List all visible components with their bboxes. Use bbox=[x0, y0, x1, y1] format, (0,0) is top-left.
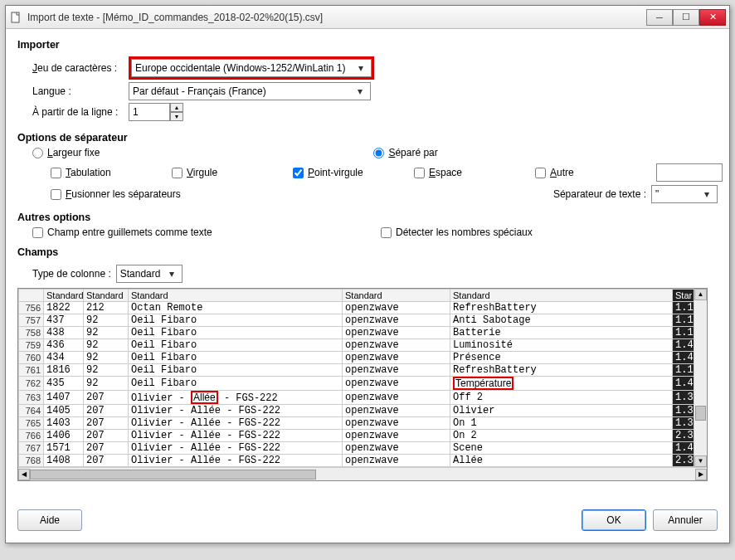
scroll-down-icon[interactable]: ▼ bbox=[694, 455, 707, 467]
table-cell[interactable]: 436 bbox=[44, 339, 84, 352]
table-cell[interactable]: openzwave bbox=[343, 377, 450, 391]
textsep-combo[interactable]: " ▾ bbox=[651, 185, 718, 203]
table-cell[interactable]: Oeil Fibaro bbox=[129, 327, 343, 339]
table-cell[interactable]: RefreshBattery bbox=[450, 302, 673, 314]
table-row[interactable]: 7671571207Olivier - Allée - FGS-222openz… bbox=[19, 442, 694, 455]
table-cell[interactable]: Oeil Fibaro bbox=[129, 377, 343, 391]
quoted-checkbox[interactable]: Champ entre guillemets comme texte bbox=[32, 226, 281, 238]
table-cell[interactable]: Oeil Fibaro bbox=[129, 314, 343, 327]
table-cell[interactable]: 437 bbox=[44, 314, 84, 327]
table-cell[interactable]: 2.3 bbox=[673, 455, 694, 467]
table-cell[interactable]: 207 bbox=[84, 417, 129, 430]
table-row[interactable]: 75843892Oeil FibaroopenzwaveBatterie1.1 bbox=[19, 327, 694, 339]
help-button[interactable]: Aide bbox=[17, 509, 82, 531]
table-cell[interactable]: 92 bbox=[84, 352, 129, 364]
table-cell[interactable]: 207 bbox=[84, 391, 129, 405]
fromline-input[interactable] bbox=[129, 103, 170, 121]
table-cell[interactable]: 1.4 bbox=[673, 377, 694, 391]
table-cell[interactable]: Oeil Fibaro bbox=[129, 339, 343, 352]
table-cell[interactable]: 1.4 bbox=[673, 352, 694, 364]
table-cell[interactable]: Olivier - Allée - FGS-222 bbox=[129, 430, 343, 442]
table-cell[interactable]: openzwave bbox=[343, 391, 450, 405]
table-cell[interactable]: 92 bbox=[84, 314, 129, 327]
table-cell[interactable]: Olivier - Allée - FGS-222 bbox=[129, 405, 343, 417]
column-header[interactable]: Standard bbox=[44, 290, 84, 302]
table-cell[interactable]: openzwave bbox=[343, 455, 450, 467]
table-cell[interactable]: 207 bbox=[84, 442, 129, 455]
table-cell[interactable]: 1.4 bbox=[673, 339, 694, 352]
table-cell[interactable]: Octan Remote bbox=[129, 302, 343, 314]
table-cell[interactable]: 1406 bbox=[44, 430, 84, 442]
table-row[interactable]: 7681408207Olivier - Allée - FGS-222openz… bbox=[19, 455, 694, 467]
table-row[interactable]: 7631407207Olivier - Allée - FGS-222openz… bbox=[19, 391, 694, 405]
table-row[interactable]: 76043492Oeil FibaroopenzwavePrésence1.4 bbox=[19, 352, 694, 364]
type-combo[interactable]: Standard ▾ bbox=[116, 265, 183, 283]
table-cell[interactable]: Olivier - Allée - FGS-222 bbox=[129, 442, 343, 455]
table-cell[interactable]: 1.4 bbox=[673, 442, 694, 455]
table-cell[interactable]: 92 bbox=[84, 364, 129, 377]
lang-combo[interactable]: Par défaut - Français (France) ▾ bbox=[129, 82, 371, 100]
table-cell[interactable]: 1403 bbox=[44, 417, 84, 430]
table-cell[interactable]: openzwave bbox=[343, 339, 450, 352]
table-cell[interactable]: openzwave bbox=[343, 430, 450, 442]
table-cell[interactable]: openzwave bbox=[343, 327, 450, 339]
charset-combo[interactable]: Europe occidentale (Windows-1252/WinLati… bbox=[131, 59, 372, 77]
table-cell[interactable]: Olivier - Allée - FGS-222 bbox=[129, 417, 343, 430]
table-cell[interactable]: 207 bbox=[84, 405, 129, 417]
table-cell[interactable]: 435 bbox=[44, 377, 84, 391]
vertical-scrollbar[interactable]: ▲ ▼ bbox=[694, 289, 707, 467]
table-cell[interactable]: 92 bbox=[84, 339, 129, 352]
spin-down-icon[interactable]: ▼ bbox=[170, 112, 183, 121]
column-header[interactable]: Standard bbox=[129, 290, 343, 302]
maximize-button[interactable]: ☐ bbox=[673, 9, 699, 26]
table-cell[interactable]: Off 2 bbox=[450, 391, 673, 405]
tab-checkbox[interactable]: Tabulation bbox=[51, 167, 122, 178]
column-header[interactable]: Standard bbox=[84, 290, 129, 302]
spin-up-icon[interactable]: ▲ bbox=[170, 103, 183, 112]
table-cell[interactable]: openzwave bbox=[343, 442, 450, 455]
close-button[interactable]: ✕ bbox=[699, 9, 726, 26]
table-cell[interactable]: 1.3 bbox=[673, 391, 694, 405]
table-cell[interactable]: 1405 bbox=[44, 405, 84, 417]
table-cell[interactable]: Luminosité bbox=[450, 339, 673, 352]
table-cell[interactable]: Oeil Fibaro bbox=[129, 352, 343, 364]
column-header[interactable]: Standard bbox=[450, 290, 673, 302]
table-cell[interactable]: 1816 bbox=[44, 364, 84, 377]
table-cell[interactable]: Scene bbox=[450, 442, 673, 455]
scroll-thumb[interactable] bbox=[30, 470, 316, 480]
space-checkbox[interactable]: Espace bbox=[414, 167, 485, 178]
table-row[interactable]: 7641405207Olivier - Allée - FGS-222openz… bbox=[19, 405, 694, 417]
table-cell[interactable]: openzwave bbox=[343, 352, 450, 364]
table-cell[interactable]: 434 bbox=[44, 352, 84, 364]
table-cell[interactable]: openzwave bbox=[343, 314, 450, 327]
semicolon-checkbox[interactable]: Point-virgule bbox=[293, 167, 364, 178]
column-header[interactable]: Star bbox=[673, 290, 694, 302]
table-cell[interactable]: 92 bbox=[84, 327, 129, 339]
ok-button[interactable]: OK bbox=[582, 509, 646, 531]
comma-checkbox[interactable]: Virgule bbox=[172, 167, 243, 178]
table-cell[interactable]: Olivier - Allée - FGS-222 bbox=[129, 391, 343, 405]
table-cell[interactable]: openzwave bbox=[343, 364, 450, 377]
table-cell[interactable]: 438 bbox=[44, 327, 84, 339]
merge-checkbox[interactable]: Fusionner les séparateurs bbox=[51, 188, 181, 200]
table-cell[interactable]: 1.1 bbox=[673, 314, 694, 327]
fromline-spinner[interactable]: ▲▼ bbox=[129, 103, 183, 121]
scroll-thumb[interactable] bbox=[695, 406, 706, 421]
table-cell[interactable]: 1.1 bbox=[673, 364, 694, 377]
fixed-width-radio[interactable]: Largeur fixe bbox=[32, 147, 100, 158]
detect-checkbox[interactable]: Détecter les nombres spéciaux bbox=[381, 226, 533, 238]
table-row[interactable]: 7561822212Octan RemoteopenzwaveRefreshBa… bbox=[19, 302, 694, 314]
table-row[interactable]: 7651403207Olivier - Allée - FGS-222openz… bbox=[19, 417, 694, 430]
table-cell[interactable]: 2.3 bbox=[673, 430, 694, 442]
minimize-button[interactable]: ─ bbox=[646, 9, 673, 26]
table-cell[interactable]: 1408 bbox=[44, 455, 84, 467]
other-checkbox[interactable]: Autre bbox=[535, 167, 606, 178]
scroll-right-icon[interactable]: ▶ bbox=[695, 469, 707, 480]
table-cell[interactable]: 1.1 bbox=[673, 327, 694, 339]
table-cell[interactable]: 1.3 bbox=[673, 405, 694, 417]
table-cell[interactable]: Allée bbox=[450, 455, 673, 467]
table-cell[interactable]: openzwave bbox=[343, 417, 450, 430]
table-cell[interactable]: 1822 bbox=[44, 302, 84, 314]
table-cell[interactable]: Batterie bbox=[450, 327, 673, 339]
cancel-button[interactable]: Annuler bbox=[653, 509, 718, 531]
